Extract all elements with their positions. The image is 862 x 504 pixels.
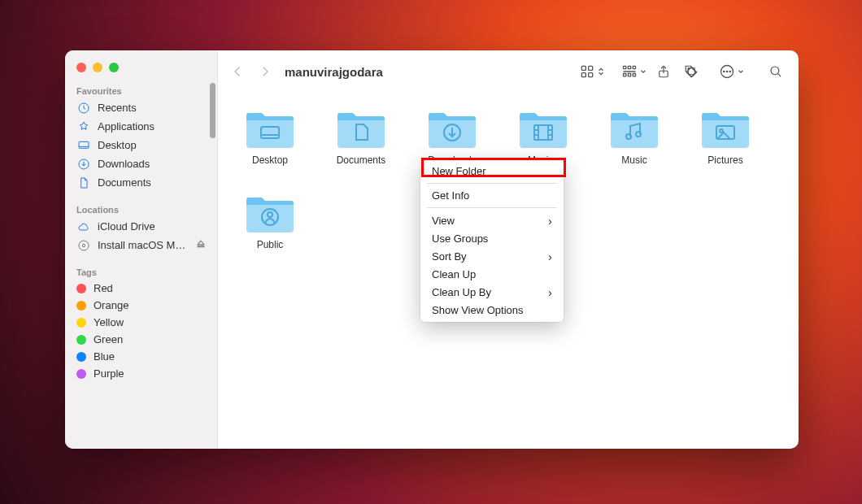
view-mode-button[interactable] [579,63,605,80]
close-button[interactable] [76,63,86,72]
window-title: manuvirajgodara [285,65,383,79]
svg-rect-12 [624,66,626,68]
context-menu-item-clean-up[interactable]: Clean Up [420,266,564,283]
svg-line-26 [778,74,781,76]
folder-icon [516,106,570,150]
share-button[interactable] [652,60,675,83]
window-controls [65,50,217,81]
sidebar-item-label: Green [94,333,206,345]
svg-rect-16 [624,74,626,76]
svg-rect-8 [581,66,586,70]
context-menu-item-use-groups[interactable]: Use Groups [420,230,564,247]
sidebar-item-label: Purple [94,367,206,380]
sidebar-item-red[interactable]: Red [65,280,217,297]
svg-point-4 [79,241,89,250]
svg-rect-11 [589,73,593,77]
sidebar-item-label: Blue [94,350,206,363]
sidebar-section-header: Favourites [65,81,217,98]
zoom-button[interactable] [109,63,119,72]
folder-movies[interactable]: Movies [514,106,572,166]
search-button[interactable] [764,60,787,83]
context-menu-item-label: Get Info [432,189,469,202]
tag-dot-icon [76,284,86,293]
svg-point-5 [82,244,85,246]
context-menu-item-clean-up-by[interactable]: Clean Up By [420,283,564,302]
more-actions-button[interactable] [719,63,745,80]
folder-label: Desktop [252,154,288,166]
context-menu-item-label: Use Groups [432,232,488,245]
sidebar-item-orange[interactable]: Orange [65,297,217,314]
folder-icon [699,106,752,150]
context-menu-item-label: Sort By [432,250,467,263]
svg-rect-17 [628,74,630,76]
folder-pictures[interactable]: Pictures [696,106,755,166]
minimize-button[interactable] [93,63,102,72]
folder-icon [334,106,388,150]
context-menu-item-label: View [432,215,455,227]
context-menu-item-label: Show View Options [432,304,524,316]
svg-point-22 [724,71,725,72]
forward-button[interactable] [254,60,276,83]
sidebar-scrollbar[interactable] [210,83,216,138]
context-menu-item-label: Clean Up By [432,286,491,298]
sidebar-item-label: Applications [98,120,206,133]
svg-marker-6 [198,241,204,245]
folder-label: Pictures [707,154,742,166]
sidebar-item-label: Desktop [98,139,206,151]
folder-icon [243,106,297,150]
toolbar: manuvirajgodara [218,50,799,93]
sidebar-item-label: iCloud Drive [98,220,206,232]
sidebar-section-header: Locations [65,200,217,217]
context-menu-item-sort-by[interactable]: Sort By [420,247,564,266]
sidebar-item-green[interactable]: Green [65,331,217,348]
folder-label: Music [621,154,646,166]
sidebar-item-blue[interactable]: Blue [65,348,217,365]
sidebar-item-applications[interactable]: Applications [65,117,217,136]
eject-icon[interactable] [196,239,206,251]
context-menu-separator [427,207,557,208]
sidebar-item-yellow[interactable]: Yellow [65,314,217,331]
back-button[interactable] [226,60,249,83]
folder-icon [425,106,479,150]
chevron-right-icon [548,250,552,263]
disk-icon [76,238,90,252]
context-menu-item-get-info[interactable]: Get Info [420,187,564,204]
folder-icon [607,106,661,150]
sidebar-item-desktop[interactable]: Desktop [65,136,217,154]
download-icon [76,157,90,171]
group-by-button[interactable] [621,63,647,80]
sidebar-item-recents[interactable]: Recents [65,98,217,117]
tag-dot-icon [76,318,86,328]
context-menu-item-view[interactable]: View [420,211,564,230]
context-menu-item-label: New Folder [432,165,485,177]
svg-rect-7 [198,245,204,247]
svg-rect-9 [589,66,593,70]
chevron-right-icon [548,214,552,228]
svg-point-25 [771,67,779,75]
sidebar-item-purple[interactable]: Purple [65,365,217,382]
desktop-icon [76,138,90,152]
context-menu: New FolderGet InfoViewUse GroupsSort ByC… [420,159,564,322]
context-menu-item-label: Clean Up [432,268,476,280]
doc-icon [76,176,90,189]
sidebar-item-documents[interactable]: Documents [65,173,217,192]
folder-label: Documents [337,154,386,166]
context-menu-item-show-view-options[interactable]: Show View Options [420,302,564,319]
folder-public[interactable]: Public [241,190,299,250]
tag-dot-icon [76,369,86,379]
svg-rect-14 [633,66,635,68]
folder-icon [243,190,297,234]
sidebar-item-label: Red [94,282,206,294]
context-menu-item-new-folder[interactable]: New Folder [420,163,564,180]
folder-desktop[interactable]: Desktop [241,106,299,166]
folder-downloads[interactable]: Downloads [423,106,481,166]
svg-point-24 [729,71,730,72]
sidebar-item-install-macos-mon-[interactable]: Install macOS Mon… [65,236,217,254]
sidebar-item-downloads[interactable]: Downloads [65,154,217,173]
folder-documents[interactable]: Documents [332,106,390,166]
svg-rect-10 [581,73,586,77]
tags-button[interactable] [680,60,703,83]
folder-music[interactable]: Music [605,106,664,166]
svg-rect-13 [628,66,630,68]
sidebar-item-icloud-drive[interactable]: iCloud Drive [65,217,217,236]
